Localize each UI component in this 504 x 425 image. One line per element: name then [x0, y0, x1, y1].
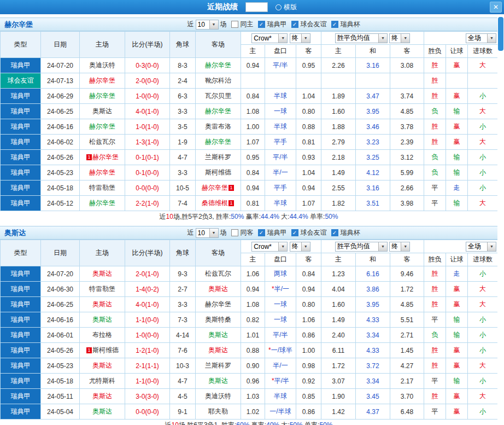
handicap: 平/半	[265, 328, 296, 343]
col-away: 客场	[196, 240, 241, 266]
handicap: 半球	[265, 89, 296, 104]
avg-time-select[interactable]: 终▼	[389, 242, 410, 252]
avg-home-odds: 1.42	[321, 404, 356, 420]
league-type-cell: 瑞典甲	[1, 181, 41, 196]
handicap: 平/半	[265, 58, 296, 73]
result-goals: 小	[468, 165, 498, 181]
col-odds-home: 主	[241, 253, 265, 266]
league-checkbox-2[interactable]	[291, 21, 298, 28]
card-badge: 1	[228, 185, 234, 191]
league-checkbox-3[interactable]	[331, 229, 338, 236]
result-handicap: 赢	[446, 119, 468, 135]
odds-time-select[interactable]: 终▼	[290, 242, 310, 252]
handicap: *半/一	[265, 282, 296, 297]
result-wdl: 胜	[424, 358, 446, 374]
chevron-down-icon: ▼	[401, 242, 409, 251]
avg-away-odds: 2.66	[390, 181, 424, 196]
avg-away-odds: 5.99	[390, 165, 424, 181]
match-date: 24-07-13	[41, 73, 80, 89]
col-avg-home: 主	[321, 45, 356, 58]
result-wdl: 负	[424, 165, 446, 181]
result-handicap: 输	[446, 312, 468, 328]
avg-type-select[interactable]: 胜平负均值▼	[335, 242, 388, 252]
odds-header-cell: Crow*▼ 终▼	[241, 32, 321, 45]
odds-time-select[interactable]: 终▼	[290, 33, 310, 43]
league-checkbox-2[interactable]	[291, 229, 298, 236]
league-type-cell: 瑞典甲	[1, 266, 41, 282]
result-wdl: 胜	[424, 266, 446, 282]
avg-home-odds: 3.07	[321, 374, 356, 389]
league-checkbox-1[interactable]	[258, 229, 265, 236]
odds-home: 0.94	[241, 282, 265, 297]
league-type-cell: 瑞典甲	[1, 358, 41, 374]
odds-company-select[interactable]: Crow*▼	[251, 242, 288, 252]
score: 1-2(1-0)	[125, 343, 170, 358]
home-team: 赫尔辛堡	[80, 89, 125, 104]
odds-home: 1.02	[241, 404, 265, 420]
odds-away: 0.80	[296, 104, 321, 119]
table-row: 瑞典甲 24-06-25 奥斯达 4-0(1-0) 3-3 赫尔辛堡 1.08 …	[1, 297, 498, 312]
avg-time-select[interactable]: 终▼	[389, 33, 410, 43]
league-type-cell: 瑞典甲	[1, 165, 41, 181]
home-team: 奥斯达	[80, 266, 125, 282]
avg-draw-odds: 3.25	[356, 150, 390, 165]
scope-select[interactable]: 全场▼	[466, 242, 496, 252]
away-team: 松兹瓦尔	[196, 266, 241, 282]
col-handicap: 盘口	[265, 253, 296, 266]
vertical-scrollbar[interactable]	[497, 14, 504, 425]
home-team: 特雷勒堡	[80, 181, 125, 196]
handicap: *一/球半	[265, 343, 296, 358]
scope-select[interactable]: 全场▼	[466, 33, 496, 43]
corners: 3-5	[170, 119, 196, 135]
avg-home-odds: 1.88	[321, 119, 356, 135]
avg-type-select[interactable]: 胜平负均值▼	[335, 33, 388, 43]
league-type-cell: 瑞典甲	[1, 328, 41, 343]
avg-draw-odds: 6.16	[356, 266, 390, 282]
radio-horizontal-layout[interactable]: 横版	[276, 3, 297, 12]
avg-draw-odds: 3.95	[356, 297, 390, 312]
league-checkbox-3[interactable]	[331, 21, 338, 28]
league-label-2: 球会友谊	[301, 228, 327, 237]
match-date: 24-05-04	[41, 404, 80, 420]
radio-vertical-layout[interactable]: 竖版	[245, 2, 268, 12]
table-row: 瑞典甲 24-06-25 奥斯达 4-0(1-0) 3-3 赫尔辛堡 1.08 …	[1, 104, 498, 119]
match-count-select[interactable]: 10▼	[196, 20, 219, 30]
same-venue-checkbox[interactable]	[231, 21, 238, 28]
chevron-down-icon: ▼	[401, 34, 409, 43]
avg-home-odds: 1.49	[321, 165, 356, 181]
odds-home: 1.06	[241, 266, 265, 282]
col-away: 客场	[196, 32, 241, 58]
scrollbar-thumb[interactable]	[498, 17, 503, 51]
same-venue-label: 同主	[241, 20, 254, 29]
result-goals: 小	[468, 119, 498, 135]
match-date: 24-05-26	[41, 343, 80, 358]
league-label-3: 瑞典杯	[341, 228, 360, 237]
league-checkbox-1[interactable]	[258, 21, 265, 28]
result-goals: 大	[468, 58, 498, 73]
league-label-1: 瑞典甲	[267, 20, 287, 29]
match-count-select[interactable]: 10▼	[196, 228, 219, 238]
away-team: 奥斯达	[196, 328, 241, 343]
result-goals: 小	[468, 89, 498, 104]
result-goals: 大	[468, 358, 498, 374]
corners: 4-7	[170, 374, 196, 389]
radio-icon	[246, 4, 252, 10]
handicap: 一/半球	[265, 404, 296, 420]
result-wdl: 平	[424, 404, 446, 420]
odds-company-select[interactable]: Crow*▼	[251, 33, 288, 43]
result-handicap: 赢	[446, 282, 468, 297]
handicap: 半球	[265, 389, 296, 404]
result-goals: 大	[468, 135, 498, 150]
col-goals: 进球数	[468, 45, 498, 58]
col-home: 主场	[80, 240, 125, 266]
odds-home: 1.08	[241, 297, 265, 312]
col-result: 胜负	[424, 45, 446, 58]
score: 3-0(3-0)	[125, 389, 170, 404]
home-team: 尤特斯科	[80, 374, 125, 389]
result-wdl: 胜	[424, 135, 446, 150]
score: 4-0(1-0)	[125, 104, 170, 119]
same-venue-checkbox[interactable]	[231, 229, 238, 236]
table-row: 瑞典甲 24-05-11 奥斯达 3-0(3-0) 4-5 奥迪沃特 1.03 …	[1, 389, 498, 404]
scope-header-cell: 全场▼	[424, 32, 498, 45]
close-icon[interactable]: ✕	[490, 2, 502, 13]
